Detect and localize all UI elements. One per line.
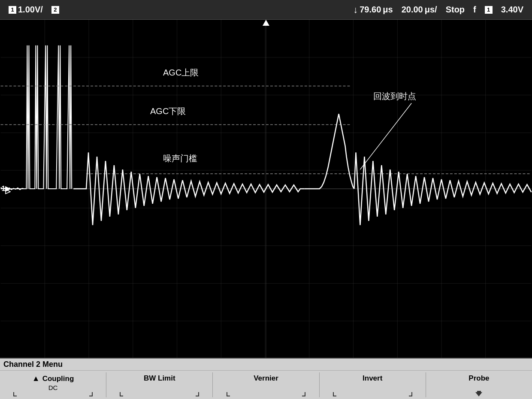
time-scale: 20.00μs/ <box>397 5 441 15</box>
trig-symbol: f <box>473 5 476 15</box>
ch2-box: 2 <box>51 6 59 14</box>
status-bar: 1 1.00V/ 2 ↓ 79.60μs 20.00μs/ Stop f 1 3… <box>0 0 532 20</box>
coupling-value: DC <box>48 384 58 391</box>
invert-label: Invert <box>363 374 382 383</box>
coupling-button[interactable]: ▲ Coupling DC <box>0 372 106 397</box>
trig-ch: 1 <box>481 6 497 14</box>
coupling-arrow-icon: ▲ <box>32 374 40 383</box>
scope-status: Stop <box>441 5 469 15</box>
coupling-label: Coupling <box>42 375 74 383</box>
trig-ch-box: 1 <box>485 6 493 14</box>
bw-limit-button[interactable]: BW Limit <box>106 372 213 397</box>
waveform-svg: ⊳ 1▶ <box>0 20 532 358</box>
time-scale-value: 20.00 <box>402 5 423 15</box>
svg-text:1▶: 1▶ <box>2 185 12 192</box>
trig-level-value: 3.40V <box>501 5 523 15</box>
scope-display: ⊳ 1▶ AGC上限 AGC下限 噪声门槛 回波到时点 <box>0 20 532 359</box>
menu-title: Channel 2 Menu <box>0 359 532 371</box>
ch1-box: 1 <box>9 6 16 14</box>
trigger-pos-value: 79.60 <box>360 5 381 15</box>
trigger-position: ↓ 79.60μs <box>349 4 397 15</box>
time-scale-unit: μs/ <box>425 5 437 15</box>
vernier-button[interactable]: Vernier <box>213 372 319 397</box>
status-text: Stop <box>446 5 465 15</box>
ch1-indicator: 1 1.00V/ <box>4 5 47 15</box>
bw-limit-label: BW Limit <box>144 374 175 383</box>
trigger-pos-unit: μs <box>383 5 393 15</box>
invert-button[interactable]: Invert <box>320 372 426 397</box>
trigger-type: f <box>469 5 481 15</box>
probe-label: Probe <box>469 374 489 383</box>
trig-level: 3.40V <box>497 5 528 15</box>
bottom-menu: Channel 2 Menu ▲ Coupling DC BW Limit <box>0 359 532 399</box>
menu-buttons: ▲ Coupling DC BW Limit Vernier <box>0 371 532 399</box>
vernier-label: Vernier <box>254 374 278 383</box>
menu-title-text: Channel 2 Menu <box>3 360 63 369</box>
ch2-indicator: 2 <box>47 6 63 14</box>
probe-button[interactable]: Probe <box>426 372 532 397</box>
svg-marker-25 <box>263 20 269 26</box>
ch1-scale: 1.00V/ <box>18 5 43 15</box>
